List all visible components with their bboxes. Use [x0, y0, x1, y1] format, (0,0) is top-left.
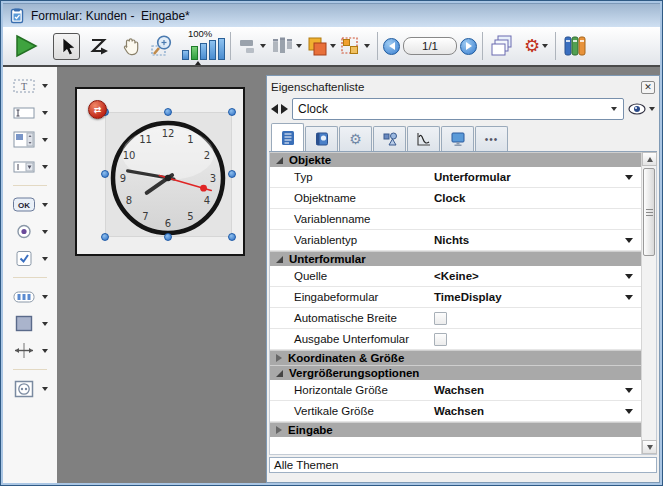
toolbox-item-label[interactable]: T: [12, 77, 48, 94]
close-icon[interactable]: ✕: [641, 81, 655, 94]
resize-handle-top-center[interactable]: [164, 108, 172, 116]
scrollbar-vertical[interactable]: [641, 152, 656, 454]
chevron-down-icon[interactable]: [42, 257, 48, 261]
toolbox-item-progressbar[interactable]: [12, 288, 48, 305]
toolbox-item-socket[interactable]: [12, 380, 48, 397]
chevron-down-icon[interactable]: [542, 44, 548, 48]
checkbox-unchecked[interactable]: [434, 333, 447, 346]
pan-tool-button[interactable]: [118, 30, 144, 62]
align-horizontal-button[interactable]: [236, 30, 268, 62]
resize-handle-middle-right[interactable]: [228, 170, 236, 178]
toolbox-item-checkbox[interactable]: [12, 250, 48, 267]
svg-text:OK: OK: [18, 201, 30, 210]
scroll-down-button[interactable]: [642, 440, 657, 454]
zoom-tool-button[interactable]: [148, 30, 178, 62]
settings-button[interactable]: ⚙: [522, 30, 550, 62]
svg-text:9: 9: [120, 173, 126, 184]
zoom-bars[interactable]: [182, 38, 225, 64]
form-canvas[interactable]: 121234567891011 ⇄: [75, 87, 245, 256]
run-preview-button[interactable]: [11, 30, 41, 62]
checkbox-unchecked[interactable]: [434, 312, 447, 325]
window-icon[interactable]: [9, 8, 25, 24]
analog-clock[interactable]: 121234567891011: [106, 116, 230, 240]
subform-badge-icon[interactable]: ⇄: [88, 100, 107, 119]
property-value-text[interactable]: Clock: [428, 188, 641, 208]
property-value-dropdown[interactable]: Wachsen: [428, 380, 641, 400]
tab-data[interactable]: [305, 126, 338, 151]
help-library-button[interactable]: [561, 30, 588, 62]
chevron-down-icon[interactable]: [330, 44, 336, 48]
tab-more[interactable]: •••: [475, 126, 508, 151]
separator: [377, 32, 378, 60]
align-vertical-button[interactable]: [268, 30, 304, 62]
chevron-down-icon[interactable]: [42, 165, 48, 169]
toolbox-item-combobox[interactable]: [12, 158, 48, 175]
resize-handle-bottom-center[interactable]: [164, 233, 172, 241]
chevron-down-icon[interactable]: [42, 203, 48, 207]
tab-curves[interactable]: [407, 126, 440, 151]
chevron-down-icon[interactable]: [42, 111, 48, 115]
lower-widget-button[interactable]: [338, 30, 372, 62]
zoom-bar-current[interactable]: [191, 46, 198, 60]
toolbox-item-radiobutton[interactable]: [12, 223, 48, 240]
filter-bar[interactable]: Alle Themen: [269, 457, 657, 473]
tab-shapes[interactable]: [373, 126, 406, 151]
tab-properties[interactable]: [271, 123, 304, 151]
raise-widget-button[interactable]: [304, 30, 338, 62]
section-header-eingabe[interactable]: Eingabe: [270, 422, 641, 437]
align-horizontal-icon: [238, 37, 258, 55]
property-value-dropdown[interactable]: Unterformular: [428, 167, 641, 187]
chevron-down-icon[interactable]: [260, 44, 266, 48]
zoom-bar[interactable]: [200, 43, 207, 60]
chevron-down-icon[interactable]: [42, 387, 48, 391]
chevron-down-icon[interactable]: [42, 230, 48, 234]
resize-handle-bottom-left[interactable]: [101, 233, 109, 241]
chevron-down-icon[interactable]: [42, 322, 48, 326]
scrollbar-thumb[interactable]: [643, 168, 655, 256]
tab-settings[interactable]: ⚙: [339, 126, 372, 151]
object-selector-combo[interactable]: Clock: [292, 98, 624, 120]
previous-page-button[interactable]: [383, 38, 400, 55]
chevron-down-icon[interactable]: [364, 44, 370, 48]
zoom-level-control[interactable]: 100%: [182, 28, 225, 64]
property-list-icon: [280, 130, 296, 146]
scroll-up-button[interactable]: [642, 152, 657, 166]
resize-handle-top-right[interactable]: [228, 108, 236, 116]
property-value-dropdown[interactable]: <Keine>: [428, 266, 641, 286]
resize-handle-bottom-right[interactable]: [228, 233, 236, 241]
visibility-filter-button[interactable]: [628, 103, 655, 115]
property-value-dropdown[interactable]: TimeDisplay: [428, 287, 641, 307]
toolbox-item-frame[interactable]: [12, 315, 48, 332]
property-value-dropdown[interactable]: Wachsen: [428, 401, 641, 421]
section-header-koordinaten[interactable]: Koordinaten & Größe: [270, 350, 641, 365]
section-header-vergroesserung[interactable]: Vergrößerungsoptionen: [270, 365, 641, 380]
chevron-down-icon[interactable]: [42, 84, 48, 88]
toolbox-item-lineedit[interactable]: [12, 104, 48, 121]
window-list-button[interactable]: [488, 30, 516, 62]
chevron-down-icon[interactable]: [649, 107, 655, 111]
resize-handle-middle-left[interactable]: [101, 170, 109, 178]
chevron-down-icon[interactable]: [296, 44, 302, 48]
section-header-unterformular[interactable]: Unterformular: [270, 251, 641, 266]
chevron-down-icon[interactable]: [605, 107, 623, 111]
design-canvas[interactable]: 121234567891011 ⇄: [57, 67, 266, 483]
page-indicator[interactable]: 1/1: [403, 37, 457, 55]
toolbox-item-splitter[interactable]: [12, 342, 48, 359]
property-value-text[interactable]: [428, 209, 641, 229]
next-page-button[interactable]: [460, 38, 477, 55]
previous-object-button[interactable]: [271, 104, 278, 114]
tab-order-tool-button[interactable]: [86, 30, 112, 62]
tab-display[interactable]: [441, 126, 474, 151]
chevron-down-icon[interactable]: [42, 295, 48, 299]
zoom-bar[interactable]: [182, 50, 189, 60]
toolbox-item-listwidget[interactable]: [12, 131, 48, 148]
chevron-down-icon[interactable]: [42, 349, 48, 353]
chevron-down-icon[interactable]: [42, 138, 48, 142]
toolbox-item-pushbutton[interactable]: OK: [12, 196, 48, 213]
zoom-bar[interactable]: [209, 40, 216, 60]
pointer-tool-button[interactable]: [53, 33, 80, 60]
section-header-objekte[interactable]: Objekte: [270, 152, 641, 167]
next-object-button[interactable]: [281, 104, 288, 114]
property-value-dropdown[interactable]: Nichts: [428, 230, 641, 250]
zoom-bar[interactable]: [218, 38, 225, 60]
